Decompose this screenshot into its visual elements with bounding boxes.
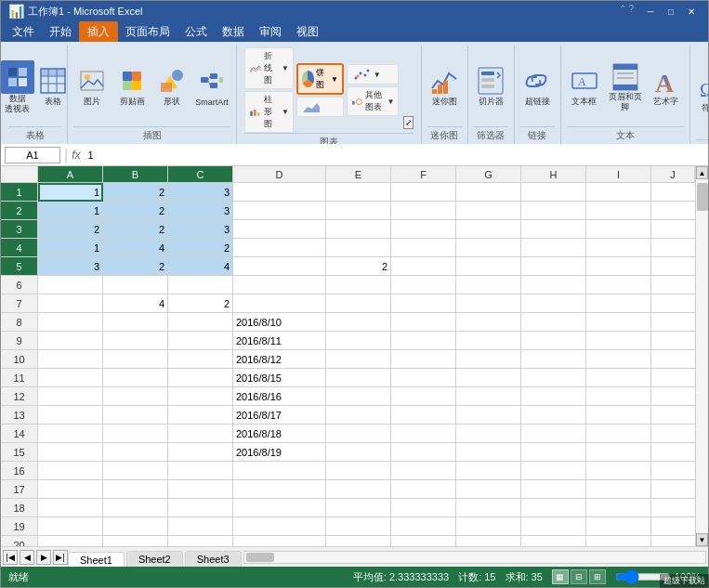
- cell[interactable]: [651, 350, 695, 369]
- cell[interactable]: [651, 294, 695, 313]
- cell[interactable]: [586, 202, 651, 220]
- cell[interactable]: [38, 406, 103, 425]
- cell[interactable]: [651, 332, 695, 350]
- cell[interactable]: [521, 517, 586, 536]
- cell[interactable]: [521, 332, 586, 350]
- cell[interactable]: [103, 313, 168, 332]
- cell[interactable]: [326, 536, 391, 546]
- cell[interactable]: [391, 443, 456, 462]
- cell[interactable]: [103, 480, 168, 499]
- shapes-btn[interactable]: 形状: [153, 64, 190, 110]
- cell[interactable]: 2: [103, 257, 168, 276]
- cell[interactable]: [521, 499, 586, 517]
- cell[interactable]: [168, 499, 233, 517]
- cell[interactable]: [456, 257, 521, 276]
- cell[interactable]: [586, 276, 651, 294]
- cell[interactable]: [326, 387, 391, 406]
- cell[interactable]: [38, 332, 103, 350]
- row-header[interactable]: 11: [1, 369, 38, 387]
- header-footer-btn[interactable]: 页眉和页脚: [605, 60, 646, 114]
- cell[interactable]: [456, 276, 521, 294]
- cell[interactable]: [38, 294, 103, 313]
- cell[interactable]: [651, 536, 695, 546]
- cell[interactable]: [521, 183, 586, 202]
- wordart-btn[interactable]: A 艺术字: [649, 64, 684, 110]
- cell[interactable]: [586, 536, 651, 546]
- cell[interactable]: [233, 257, 326, 276]
- cell[interactable]: [38, 313, 103, 332]
- cell[interactable]: [521, 369, 586, 387]
- tab-prev-btn[interactable]: ◀: [20, 550, 34, 565]
- menu-home[interactable]: 开始: [42, 22, 79, 42]
- area-chart-btn[interactable]: [296, 97, 344, 117]
- row-header[interactable]: 13: [1, 406, 38, 425]
- cell[interactable]: [168, 462, 233, 480]
- cell[interactable]: [586, 462, 651, 480]
- row-header[interactable]: 18: [1, 499, 38, 517]
- row-header[interactable]: 17: [1, 480, 38, 499]
- row-header[interactable]: 8: [1, 313, 38, 332]
- textbox-btn[interactable]: A 文本框: [567, 64, 602, 110]
- cell[interactable]: [456, 406, 521, 425]
- cell[interactable]: [391, 257, 456, 276]
- cell[interactable]: [456, 499, 521, 517]
- row-header[interactable]: 20: [1, 536, 38, 546]
- cell[interactable]: [38, 369, 103, 387]
- cell[interactable]: [326, 369, 391, 387]
- table-btn[interactable]: 表格: [36, 64, 70, 110]
- cell[interactable]: [586, 239, 651, 257]
- cell[interactable]: [233, 183, 326, 202]
- row-header[interactable]: 3: [1, 220, 38, 239]
- cell[interactable]: [391, 220, 456, 239]
- cell[interactable]: [456, 294, 521, 313]
- charts-expand-btn[interactable]: ⤢: [403, 116, 413, 129]
- cell[interactable]: [168, 276, 233, 294]
- vertical-scrollbar[interactable]: ▲ ▼: [695, 166, 708, 546]
- cell[interactable]: [586, 387, 651, 406]
- col-header-h[interactable]: H: [521, 166, 586, 182]
- col-header-b[interactable]: B: [103, 166, 168, 182]
- cell[interactable]: [168, 517, 233, 536]
- cell[interactable]: [168, 387, 233, 406]
- menu-file[interactable]: 文件: [5, 22, 42, 42]
- cell[interactable]: [521, 387, 586, 406]
- pie-chart-btn[interactable]: 饼图 ▼: [296, 63, 344, 95]
- cell[interactable]: [456, 387, 521, 406]
- cell[interactable]: [233, 480, 326, 499]
- menu-view[interactable]: 视图: [289, 22, 326, 42]
- row-header[interactable]: 15: [1, 443, 38, 462]
- cell[interactable]: [38, 462, 103, 480]
- cell[interactable]: 2016/8/18: [233, 425, 326, 443]
- cell[interactable]: [38, 425, 103, 443]
- cell[interactable]: [391, 239, 456, 257]
- cell[interactable]: [38, 499, 103, 517]
- sheet-tab-2[interactable]: Sheet2: [126, 551, 183, 567]
- cell[interactable]: [391, 369, 456, 387]
- cell[interactable]: [103, 332, 168, 350]
- pivot-table-btn[interactable]: 数据透视表: [1, 59, 34, 116]
- cell[interactable]: [651, 406, 695, 425]
- row-header[interactable]: 10: [1, 350, 38, 369]
- cell[interactable]: 4: [168, 257, 233, 276]
- cell[interactable]: [521, 443, 586, 462]
- cell[interactable]: 3: [38, 257, 103, 276]
- cell[interactable]: [456, 220, 521, 239]
- cell[interactable]: [326, 313, 391, 332]
- cell[interactable]: 2016/8/16: [233, 387, 326, 406]
- cell[interactable]: 2: [103, 220, 168, 239]
- cell[interactable]: [391, 480, 456, 499]
- cell[interactable]: [521, 350, 586, 369]
- cell[interactable]: [586, 517, 651, 536]
- sheet-tab-3[interactable]: Sheet3: [185, 551, 242, 567]
- cell[interactable]: [651, 183, 695, 202]
- cell[interactable]: [233, 202, 326, 220]
- cell[interactable]: 2016/8/15: [233, 369, 326, 387]
- cell[interactable]: [326, 332, 391, 350]
- col-header-f[interactable]: F: [391, 166, 456, 182]
- cell[interactable]: [586, 332, 651, 350]
- cell[interactable]: [456, 517, 521, 536]
- cell[interactable]: [326, 462, 391, 480]
- cell[interactable]: [651, 239, 695, 257]
- cell[interactable]: 4: [103, 294, 168, 313]
- col-header-g[interactable]: G: [456, 166, 521, 182]
